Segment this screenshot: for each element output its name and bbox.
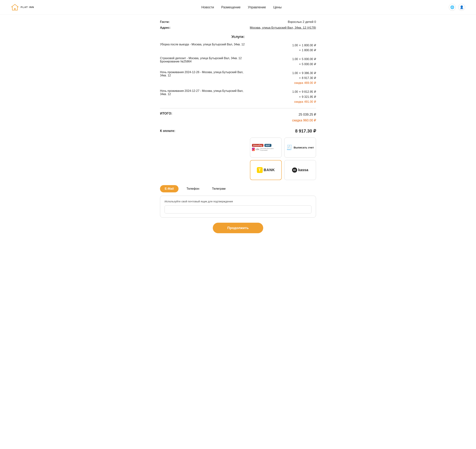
payment-options: UnionPay МИР сбп Система Быстрых Платеже… xyxy=(160,138,316,180)
sbp-subtitle: Система Быстрых Платежей xyxy=(260,148,280,151)
tab-email[interactable]: E-Mail xyxy=(160,185,179,192)
service-discount-4: 491.00 xyxy=(304,99,313,104)
service-unit-4: 9 812.95 xyxy=(302,89,313,94)
sbp-label: сбп xyxy=(255,148,259,151)
tbank-t-icon: T xyxy=(257,167,263,173)
service-qty-1: 1.00 xyxy=(292,43,298,48)
email-box: Используйте свой почтовый ящик для подтв… xyxy=(160,196,316,218)
guests-row: Гости: Взрослых 2 детей 0 xyxy=(160,20,316,24)
service-price-2: 1.00×5 000.00₽ =5 000.00₽ xyxy=(292,57,316,66)
sbp-badge: сбп Система Быстрых Платежей xyxy=(252,148,280,151)
topay-amount: 8 917.30 ₽ xyxy=(295,128,316,134)
nav-prices[interactable]: Цены xyxy=(273,6,282,9)
total-row: ИТОГО: 25 039.25 ₽ скидка 960.00 ₽ xyxy=(160,112,316,123)
email-input[interactable] xyxy=(164,205,312,213)
tab-phone[interactable]: Телефон xyxy=(182,185,204,192)
topay-row: К оплате: 8 917.30 ₽ xyxy=(160,128,316,134)
service-name-4: Ночь проживания 2024-12-27 - Москва, ули… xyxy=(160,89,246,96)
guests-label: Гости: xyxy=(160,20,170,24)
invoice-label: Выписать счет xyxy=(294,146,314,149)
total-discount: 960.00 xyxy=(303,119,313,122)
yokassa-logo: Ю kassa xyxy=(292,167,308,173)
card-logos: UnionPay МИР сбп Система Быстрых Платеже… xyxy=(252,144,280,151)
service-price-3: 1.00×9 386.30₽ =8 917.30₽ скидка469.00₽ xyxy=(292,71,316,86)
header: FLAT INN Новости Размещение Управление Ц… xyxy=(0,0,476,15)
nav-management[interactable]: Управление xyxy=(248,6,266,9)
service-total-1: 1 800.00 xyxy=(302,48,313,53)
user-icon[interactable]: 👤 xyxy=(458,4,465,11)
service-qty-4: 1.00 xyxy=(292,89,298,94)
logo-icon xyxy=(11,3,19,11)
address-value[interactable]: Москва, улица Бутырский Вал, 34кв. 12 (#… xyxy=(250,26,316,29)
service-unit-2: 5 000.00 xyxy=(302,57,313,62)
payment-card-tbank[interactable]: T BANK xyxy=(250,160,282,180)
total-amount: 25 039.25 xyxy=(299,113,313,116)
service-unit-1: 1 800.00 xyxy=(302,43,313,48)
service-row-2: Страховой депозит - Москва, улица Бутырс… xyxy=(160,57,316,66)
email-hint: Используйте свой почтовый ящик для подтв… xyxy=(164,200,312,203)
service-total-3: 8 917.30 xyxy=(302,75,313,81)
svg-marker-0 xyxy=(252,148,255,150)
service-unit-3: 9 386.30 xyxy=(302,71,313,75)
total-label: ИТОГО: xyxy=(160,112,172,115)
service-price-1: 1.00×1 800.00₽ =1 800.00₽ xyxy=(292,43,316,53)
tbank-label: BANK xyxy=(264,168,275,172)
logo[interactable]: FLAT INN xyxy=(11,3,34,11)
service-row-3: Ночь проживания 2024-12-26 - Москва, ули… xyxy=(160,71,316,86)
unionpay-badge: UnionPay xyxy=(252,144,263,147)
service-discount-3: 469.00 xyxy=(304,81,313,85)
sbp-icon xyxy=(252,148,255,151)
service-row-1: Уборка после выезда - Москва, улица Буты… xyxy=(160,43,316,53)
tbank-logo: T BANK xyxy=(257,167,275,173)
language-icon[interactable]: 🌐 xyxy=(449,4,456,11)
contact-tabs: E-Mail Телефон Телеграм xyxy=(160,185,316,192)
main-content: Гости: Взрослых 2 детей 0 Адрес: Москва,… xyxy=(156,15,320,244)
service-qty-3: 1.00 xyxy=(292,71,298,75)
service-name-2: Страховой депозит - Москва, улица Бутырс… xyxy=(160,57,246,63)
logo-text: FLAT INN xyxy=(21,6,34,9)
yokassa-circle-icon: Ю xyxy=(292,167,297,173)
payment-card-invoice[interactable]: 🧾 Выписать счет xyxy=(284,138,316,157)
mir-badge: МИР xyxy=(265,144,271,147)
nav-news[interactable]: Новости xyxy=(201,6,214,9)
continue-btn-wrap: Продолжить xyxy=(160,223,316,233)
continue-button[interactable]: Продолжить xyxy=(213,223,263,233)
topay-label: К оплате: xyxy=(160,129,175,133)
payment-row-2: T BANK Ю kassa xyxy=(250,160,316,180)
service-qty-2: 1.00 xyxy=(292,57,298,62)
service-total-4: 9 321.95 xyxy=(302,94,313,99)
service-row-4: Ночь проживания 2024-12-27 - Москва, ули… xyxy=(160,89,316,104)
service-name-3: Ночь проживания 2024-12-26 - Москва, ули… xyxy=(160,71,246,77)
divider xyxy=(160,108,316,108)
address-row: Адрес: Москва, улица Бутырский Вал, 34кв… xyxy=(160,26,316,29)
guests-value: Взрослых 2 детей 0 xyxy=(288,20,316,24)
tab-telegram[interactable]: Телеграм xyxy=(207,185,230,192)
total-values: 25 039.25 ₽ скидка 960.00 ₽ xyxy=(292,112,316,123)
service-price-4: 1.00×9 812.95₽ =9 321.95₽ скидка491.00₽ xyxy=(292,89,316,104)
payment-card-cards[interactable]: UnionPay МИР сбп Система Быстрых Платеже… xyxy=(250,138,282,157)
service-name-1: Уборка после выезда - Москва, улица Буты… xyxy=(160,43,245,46)
yokassa-label: kassa xyxy=(298,168,308,172)
invoice-icon: 🧾 xyxy=(286,145,292,150)
main-nav: Новости Размещение Управление Цены xyxy=(201,6,282,9)
services-title: Услуги: xyxy=(160,35,316,39)
payment-row-1: UnionPay МИР сбп Система Быстрых Платеже… xyxy=(250,138,316,157)
header-icons: 🌐 👤 xyxy=(449,4,465,11)
address-label: Адрес: xyxy=(160,26,170,29)
service-total-2: 5 000.00 xyxy=(302,62,313,67)
payment-card-yokassa[interactable]: Ю kassa xyxy=(284,160,316,180)
nav-accommodation[interactable]: Размещение xyxy=(221,6,241,9)
